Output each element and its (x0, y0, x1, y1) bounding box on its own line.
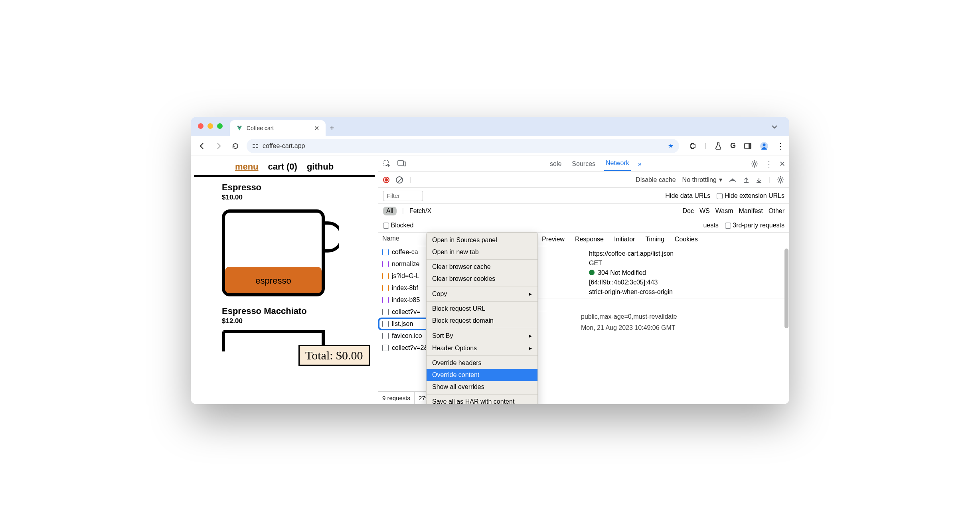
tab-timing[interactable]: Timing (645, 236, 664, 243)
disable-cache-label[interactable]: Disable cache (636, 176, 676, 184)
record-button[interactable] (383, 177, 389, 183)
tab-overflow-button[interactable] (769, 122, 780, 131)
filter-wasm[interactable]: Wasm (715, 207, 733, 215)
menu-item-sort-by[interactable]: Sort By▸ (427, 330, 537, 342)
browser-tab[interactable]: Coffee cart ✕ (230, 120, 326, 136)
stylesheet-icon (382, 261, 389, 267)
svg-rect-0 (253, 144, 255, 145)
profile-avatar-icon[interactable] (760, 142, 769, 150)
product-card: Espresso $10.00 espresso (191, 177, 378, 304)
devtools-tab-bar: sole Sources Network » ⋮ ✕ (378, 156, 789, 172)
menu-item-open-new-tab[interactable]: Open in new tab (427, 246, 537, 258)
gear-icon[interactable] (751, 160, 759, 168)
filter-other[interactable]: Other (769, 207, 784, 215)
file-icon (382, 321, 389, 327)
tab-initiator[interactable]: Initiator (614, 236, 635, 243)
stylesheet-icon (382, 297, 389, 303)
filter-input[interactable]: Filter (383, 191, 423, 201)
type-filter-row: All | Fetch/X Doc WS Wasm Manifest Other (378, 204, 789, 218)
tab-network[interactable]: Network (604, 156, 631, 171)
device-toolbar-icon[interactable] (397, 160, 406, 167)
blocked-response[interactable]: Blocked (383, 222, 413, 229)
vue-icon (236, 125, 243, 131)
filter-manifest[interactable]: Manifest (739, 207, 763, 215)
menu-item-clear-cookies[interactable]: Clear browser cookies (427, 273, 537, 285)
hide-extension-urls[interactable]: Hide extension URLs (717, 192, 784, 199)
nav-link-cart[interactable]: cart (0) (268, 162, 297, 172)
menu-item-override-content[interactable]: Override content (427, 369, 537, 381)
hide-data-urls[interactable]: Hide data URLs (665, 192, 710, 199)
tab-cookies[interactable]: Cookies (675, 236, 698, 243)
svg-rect-1 (256, 144, 258, 145)
download-har-icon[interactable] (756, 176, 762, 184)
filter-all[interactable]: All (383, 207, 397, 215)
close-devtools-button[interactable]: ✕ (779, 160, 785, 168)
site-settings-icon (252, 143, 259, 149)
browser-window: Coffee cart ✕ + coffee-cart.app ★ | G ⋮ (191, 117, 789, 404)
new-tab-button[interactable]: + (330, 120, 334, 136)
page-nav: menu cart (0) github (194, 159, 375, 177)
menu-item-block-url[interactable]: Block request URL (427, 303, 537, 315)
extensions-icon[interactable] (689, 142, 697, 150)
element-picker-icon[interactable] (383, 160, 391, 168)
menu-item-header-options[interactable]: Header Options▸ (427, 342, 537, 354)
filter-fetch[interactable]: Fetch/X (409, 207, 431, 215)
filter-ws[interactable]: WS (699, 207, 710, 215)
menu-item-save-har[interactable]: Save all as HAR with content (427, 396, 537, 404)
chevron-right-icon: ▸ (529, 290, 532, 298)
tab-console[interactable]: sole (548, 157, 563, 171)
nav-link-github[interactable]: github (307, 162, 334, 172)
coffee-cup-icon[interactable]: espresso (219, 207, 339, 303)
tab-preview[interactable]: Preview (542, 236, 565, 243)
blocked-requests[interactable]: uests (703, 222, 718, 229)
devtools-menu-button[interactable]: ⋮ (765, 159, 773, 169)
remote-address: [64:ff9b::4b02:3c05]:443 (589, 279, 789, 286)
file-icon (382, 345, 389, 351)
close-tab-button[interactable]: ✕ (314, 124, 319, 132)
svg-rect-12 (404, 162, 406, 166)
status-dot-icon (589, 270, 595, 275)
throttling-select[interactable]: No throttling ▾ (682, 176, 722, 184)
network-conditions-icon[interactable] (729, 177, 737, 183)
browser-menu-button[interactable]: ⋮ (776, 141, 784, 151)
forward-button[interactable] (213, 140, 224, 152)
gear-icon[interactable] (776, 176, 784, 184)
referrer-policy: strict-origin-when-cross-origin (589, 288, 789, 296)
tab-sources[interactable]: Sources (570, 157, 597, 171)
document-icon (382, 249, 389, 255)
google-icon[interactable]: G (730, 142, 736, 150)
network-toolbar: | Disable cache No throttling ▾ | (378, 172, 789, 188)
context-menu: Open in Sources panel Open in new tab Cl… (426, 232, 538, 404)
svg-rect-2 (253, 147, 255, 148)
labs-icon[interactable] (714, 142, 722, 150)
third-party-requests[interactable]: 3rd-party requests (725, 222, 784, 229)
omnibox[interactable]: coffee-cart.app ★ (247, 139, 679, 153)
product-price: $12.00 (222, 317, 378, 325)
address-bar-row: coffee-cart.app ★ | G ⋮ (191, 136, 789, 156)
filter-doc[interactable]: Doc (683, 207, 694, 215)
bookmark-star-icon[interactable]: ★ (668, 142, 674, 150)
scrollbar-thumb[interactable] (784, 249, 788, 328)
menu-item-block-domain[interactable]: Block request domain (427, 315, 537, 327)
svg-rect-3 (256, 147, 258, 148)
maximize-window-button[interactable] (217, 123, 223, 129)
menu-item-override-headers[interactable]: Override headers (427, 357, 537, 369)
back-button[interactable] (196, 140, 207, 152)
minimize-window-button[interactable] (207, 123, 213, 129)
url-text: coffee-cart.app (263, 142, 305, 150)
menu-item-copy[interactable]: Copy▸ (427, 288, 537, 300)
reload-button[interactable] (230, 140, 241, 152)
tab-response[interactable]: Response (575, 236, 604, 243)
side-panel-icon[interactable] (744, 142, 752, 150)
upload-har-icon[interactable] (743, 176, 749, 184)
svg-point-14 (779, 179, 782, 181)
close-window-button[interactable] (198, 123, 204, 129)
menu-item-open-sources[interactable]: Open in Sources panel (427, 234, 537, 246)
menu-item-clear-cache[interactable]: Clear browser cache (427, 261, 537, 273)
clear-button[interactable] (396, 176, 403, 184)
menu-item-show-overrides[interactable]: Show all overrides (427, 381, 537, 393)
cart-total[interactable]: Total: $0.00 (298, 345, 370, 366)
nav-link-menu[interactable]: menu (235, 162, 259, 172)
more-tabs-button[interactable]: » (638, 160, 642, 168)
request-url: https://coffee-cart.app/list.json (589, 250, 789, 257)
